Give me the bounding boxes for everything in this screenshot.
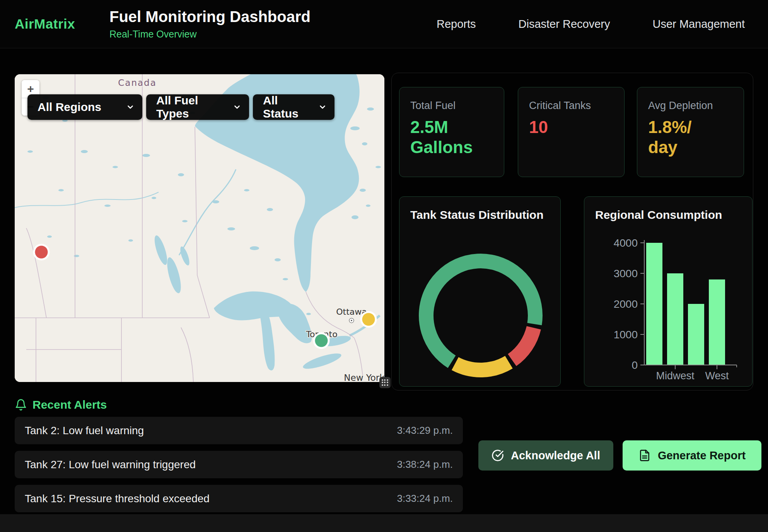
alert-row[interactable]: Tank 2: Low fuel warning 3:43:29 p.m. bbox=[15, 417, 463, 444]
alert-text: Tank 2: Low fuel warning bbox=[25, 425, 144, 437]
bottom-strip bbox=[0, 514, 768, 532]
acknowledge-all-label: Acknowledge All bbox=[511, 449, 600, 462]
fuel-type-filter-dropdown[interactable]: All Fuel Types bbox=[146, 94, 249, 120]
alerts-header: Recent Alerts bbox=[15, 398, 107, 411]
donut-segment-warning[interactable] bbox=[455, 362, 509, 370]
generate-report-label: Generate Report bbox=[658, 449, 746, 462]
kpi-label: Avg Depletion bbox=[648, 100, 733, 112]
map-filters: All Regions All Fuel Types All Status bbox=[27, 94, 335, 120]
acknowledge-all-button[interactable]: Acknowledge All bbox=[478, 440, 613, 471]
status-filter-dropdown[interactable]: All Status bbox=[253, 94, 335, 120]
map-resize-handle[interactable] bbox=[379, 377, 391, 388]
generate-report-button[interactable]: Generate Report bbox=[623, 440, 761, 471]
svg-text:4000: 4000 bbox=[614, 237, 638, 249]
svg-text:3000: 3000 bbox=[614, 268, 638, 280]
tank-status-donut-chart bbox=[399, 197, 561, 387]
nav-disaster-recovery[interactable]: Disaster Recovery bbox=[519, 18, 610, 31]
nav-user-management[interactable]: User Management bbox=[652, 18, 745, 31]
kpi-value: 1.8%/day bbox=[648, 117, 698, 157]
alert-text: Tank 27: Low fuel warning triggered bbox=[25, 459, 196, 471]
chevron-down-icon bbox=[233, 103, 241, 111]
tank-status-card: Tank Status Distribution bbox=[399, 196, 561, 387]
kpi-value: 10 bbox=[529, 117, 613, 137]
tank-marker-critical[interactable] bbox=[33, 244, 50, 261]
kpi-critical-tanks: Critical Tanks 10 bbox=[518, 87, 625, 177]
top-nav: Reports Disaster Recovery User Managemen… bbox=[437, 0, 745, 48]
tank-marker-warning[interactable] bbox=[360, 311, 377, 328]
alert-row[interactable]: Tank 27: Low fuel warning triggered 3:38… bbox=[15, 451, 463, 478]
check-circle-icon bbox=[492, 449, 504, 462]
app-root: AirMatrix Fuel Monitoring Dashboard Real… bbox=[0, 0, 768, 532]
svg-text:2000: 2000 bbox=[614, 298, 638, 310]
page-subtitle: Real-Time Overview bbox=[109, 29, 311, 40]
nav-reports[interactable]: Reports bbox=[437, 18, 476, 31]
alerts-heading: Recent Alerts bbox=[32, 398, 107, 411]
regional-consumption-card: Regional Consumption 01000200030004000Mi… bbox=[584, 196, 753, 387]
region-filter-value: All Regions bbox=[38, 101, 101, 114]
alert-time: 3:43:29 p.m. bbox=[397, 425, 453, 437]
alert-time: 3:33:24 p.m. bbox=[397, 493, 453, 505]
kpi-value: 2.5M Gallons bbox=[410, 117, 493, 157]
donut-segment-critical[interactable] bbox=[512, 328, 534, 360]
tank-marker-normal[interactable] bbox=[313, 332, 330, 349]
bar-1[interactable] bbox=[667, 273, 683, 365]
svg-text:Midwest: Midwest bbox=[656, 370, 695, 382]
bar-0[interactable] bbox=[646, 243, 662, 365]
fuel-type-filter-value: All Fuel Types bbox=[156, 94, 227, 120]
header: AirMatrix Fuel Monitoring Dashboard Real… bbox=[0, 0, 768, 48]
alert-time: 3:38:24 p.m. bbox=[397, 459, 453, 471]
region-filter-dropdown[interactable]: All Regions bbox=[27, 94, 142, 120]
map-label-canada: Canada bbox=[118, 78, 157, 88]
map-canvas[interactable]: Canada Ottawa Toronto New York bbox=[15, 74, 384, 382]
chevron-down-icon bbox=[318, 103, 327, 111]
page-title: Fuel Monitoring Dashboard bbox=[109, 8, 311, 25]
title-block: Fuel Monitoring Dashboard Real-Time Over… bbox=[109, 8, 311, 40]
svg-text:1000: 1000 bbox=[614, 329, 638, 341]
alert-text: Tank 15: Pressure threshold exceeded bbox=[25, 493, 210, 505]
kpi-total-fuel: Total Fuel 2.5M Gallons bbox=[399, 87, 504, 177]
svg-text:0: 0 bbox=[631, 359, 638, 371]
kpi-label: Total Fuel bbox=[410, 100, 493, 112]
regional-consumption-bar-chart: 01000200030004000MidwestWest bbox=[584, 197, 753, 387]
chevron-down-icon bbox=[126, 103, 135, 111]
kpi-label: Critical Tanks bbox=[529, 100, 613, 112]
map-label-new-york: New York bbox=[344, 373, 384, 382]
kpi-avg-depletion: Avg Depletion 1.8%/day bbox=[637, 87, 744, 177]
status-filter-value: All Status bbox=[263, 94, 313, 120]
bar-2[interactable] bbox=[688, 304, 704, 365]
bell-icon bbox=[15, 399, 27, 411]
file-text-icon bbox=[638, 449, 651, 462]
alert-row[interactable]: Tank 15: Pressure threshold exceeded 3:3… bbox=[15, 485, 463, 512]
brand-logo[interactable]: AirMatrix bbox=[15, 16, 75, 32]
bar-3[interactable] bbox=[709, 280, 725, 365]
svg-text:West: West bbox=[705, 370, 729, 382]
map-panel[interactable]: Canada Ottawa Toronto New York + − All R… bbox=[15, 74, 384, 382]
